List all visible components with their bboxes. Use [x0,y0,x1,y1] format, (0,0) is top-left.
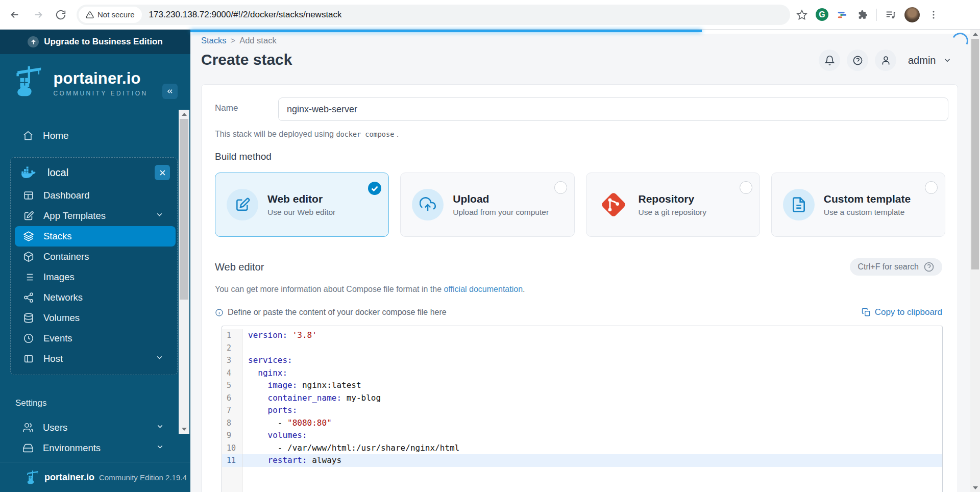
sidebar-item-networks[interactable]: Networks [11,287,177,308]
scroll-up-arrow-icon[interactable] [970,30,980,38]
sidebar-item-home[interactable]: Home [0,126,190,146]
line-number: 1 [222,329,242,342]
editor-empty-area[interactable] [222,467,942,492]
user-dropdown[interactable]: admin [908,55,952,66]
build-method-upload[interactable]: UploadUpload from your computer [400,173,574,237]
window-scrollbar[interactable] [970,30,980,492]
sidebar-collapse-button[interactable] [162,84,178,99]
header-actions: admin [819,50,952,71]
sidebar-item-label: Users [43,422,67,433]
stack-name-input[interactable] [278,97,948,121]
portainer-logo-icon [15,65,45,97]
media-queue-icon[interactable] [884,8,897,21]
scroll-up-arrow-icon[interactable] [179,110,189,119]
radio-unselected[interactable] [925,181,938,194]
sidebar-item-label: Networks [43,292,83,303]
radio-unselected[interactable] [740,181,752,194]
menu-kebab-icon[interactable] [927,8,940,21]
build-method-label: Build method [215,151,272,162]
line-number: 9 [222,429,242,442]
doc-note-period: . [523,285,525,293]
browser-toolbar: Not secure 173.230.138.72:9000/#!/2/dock… [0,0,980,30]
forward-button[interactable] [30,6,47,23]
code-line-1[interactable]: 1version: '3.8' [222,329,942,342]
breadcrumb-separator: > [231,36,236,45]
breadcrumb-stacks-link[interactable]: Stacks [201,36,227,45]
compose-code-editor[interactable]: 1version: '3.8'23services:4 nginx:5 imag… [222,326,943,492]
sidebar-item-label: Stacks [43,231,72,242]
window-scrollbar-thumb[interactable] [971,39,979,269]
code-line-9[interactable]: 9 volumes: [222,429,942,442]
address-bar[interactable]: Not secure 173.230.138.72:9000/#!/2/dock… [77,5,790,25]
users-icon [22,422,34,433]
line-number: 7 [222,404,242,417]
code-line-4[interactable]: 4 nginx: [222,367,942,380]
build-method-web-editor[interactable]: Web editorUse our Web editor [215,173,389,237]
code-line-3[interactable]: 3services: [222,354,942,367]
reload-button[interactable] [52,6,69,23]
code-text: nginx: [242,367,942,380]
main-content: Stacks>Add stack Create stack admin Name… [190,30,980,492]
sidebar-item-containers[interactable]: Containers [11,247,177,267]
bell-icon [824,55,835,66]
back-button[interactable] [6,6,23,23]
environment-name: local [47,167,144,179]
portainer-footer-logo-icon [27,470,40,484]
sidebar-item-host[interactable]: Host [11,349,177,369]
grammarly-extension-icon[interactable]: G [816,8,828,21]
bookmark-star-icon[interactable] [795,8,808,21]
scroll-down-arrow-icon[interactable] [179,425,189,434]
sidebar-item-events[interactable]: Events [11,328,177,349]
radio-unselected[interactable] [554,181,567,194]
sidebar-item-dashboard[interactable]: Dashboard [11,185,177,206]
environments-icon [22,442,34,454]
notifications-button[interactable] [819,50,840,71]
line-number: 6 [222,392,242,405]
sidebar-scrollbar[interactable] [179,110,189,434]
code-line-10[interactable]: 10 - /var/www/html:/usr/share/nginx/html [222,442,942,455]
scroll-down-arrow-icon[interactable] [970,483,980,492]
sidebar-item-volumes[interactable]: Volumes [11,308,177,328]
copy-icon [862,308,871,317]
not-secure-chip[interactable]: Not secure [79,7,142,23]
page-title: Create stack [201,51,292,68]
sidebar-item-stacks[interactable]: Stacks [15,226,176,247]
code-line-6[interactable]: 6 container_name: my-blog [222,392,942,405]
chevron-down-icon [155,353,164,364]
sidebar-item-label: Events [43,333,72,344]
build-method-custom-template[interactable]: Custom templateUse a custom template [771,173,945,237]
settings-menu: UsersEnvironments [10,417,178,458]
official-documentation-link[interactable]: official documentation [444,285,523,293]
build-method-repository[interactable]: RepositoryUse a git repository [586,173,760,237]
line-number: 11 [222,454,242,467]
code-line-8[interactable]: 8 - "8080:80" [222,417,942,430]
sidebar-item-users[interactable]: Users [10,417,178,438]
gutter-filler [222,467,242,492]
code-empty[interactable] [242,467,942,492]
sidebar: Upgrade to Business Edition portainer.io [0,30,190,492]
upgrade-banner[interactable]: Upgrade to Business Edition [0,30,190,54]
brand: portainer.io COMMUNITY EDITION [0,54,190,126]
sidebar-item-environments[interactable]: Environments [10,438,178,458]
environment-header[interactable]: local [11,160,177,185]
help-button[interactable] [847,50,868,71]
code-line-2[interactable]: 2 [222,342,942,355]
sidebar-item-label: Host [43,353,63,364]
environment-close-button[interactable] [155,165,170,180]
warning-icon [86,11,94,19]
code-line-5[interactable]: 5 image: nginx:latest [222,379,942,392]
code-line-11[interactable]: 11 restart: always [222,454,942,467]
colored-bars-extension-icon[interactable] [836,8,849,21]
sidebar-scrollbar-thumb[interactable] [180,119,188,300]
sidebar-item-app-templates[interactable]: App Templates [11,206,177,226]
url-text: 173.230.138.72:9000/#!/2/docker/stacks/n… [149,10,342,20]
code-line-7[interactable]: 7 ports: [222,404,942,417]
sidebar-item-images[interactable]: Images [11,267,177,287]
code-text: version: '3.8' [242,329,942,342]
extensions-puzzle-icon[interactable] [856,8,869,21]
footer-edition: Community Edition 2.19.4 [99,473,187,482]
copy-label: Copy to clipboard [875,307,942,317]
profile-avatar[interactable] [904,7,920,22]
copy-to-clipboard-button[interactable]: Copy to clipboard [862,307,942,317]
user-menu-button[interactable] [875,50,896,71]
